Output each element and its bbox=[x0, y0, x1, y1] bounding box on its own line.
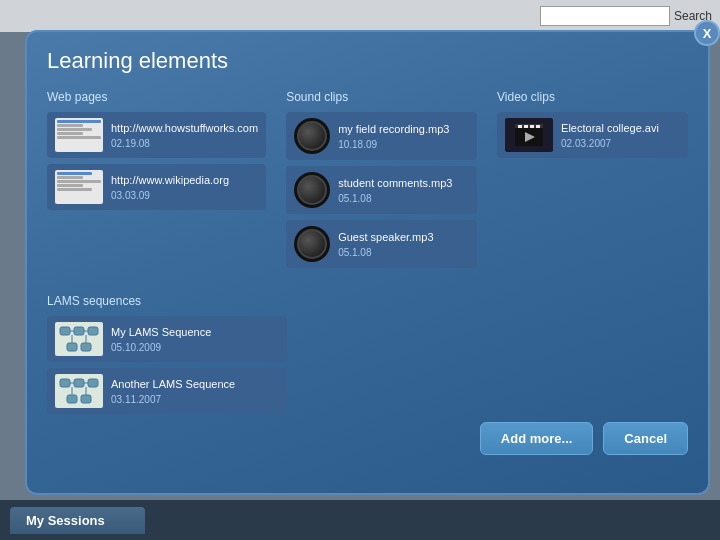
svg-rect-16 bbox=[60, 379, 70, 387]
cancel-button[interactable]: Cancel bbox=[603, 422, 688, 455]
video-name-0: Electoral college.avi bbox=[561, 121, 680, 135]
add-more-button[interactable]: Add more... bbox=[480, 422, 594, 455]
webpages-section: Web pages http://www.howstuffworks.com 0… bbox=[47, 90, 266, 274]
sound-name-1: student comments.mp3 bbox=[338, 176, 469, 190]
sound-date-0: 10.18.09 bbox=[338, 139, 469, 150]
sound-info-0: my field recording.mp3 10.18.09 bbox=[338, 122, 469, 149]
svg-rect-12 bbox=[67, 343, 77, 351]
svg-rect-17 bbox=[74, 379, 84, 387]
webpage-thumb-1 bbox=[55, 170, 103, 204]
sound-thumb-2 bbox=[294, 226, 330, 262]
sound-name-0: my field recording.mp3 bbox=[338, 122, 469, 136]
soundclips-title: Sound clips bbox=[286, 90, 477, 104]
lams-thumb-1 bbox=[55, 374, 103, 408]
lams-date-1: 03.11.2007 bbox=[111, 394, 279, 405]
lams-date-0: 05.10.2009 bbox=[111, 342, 279, 353]
sound-info-2: Guest speaker.mp3 05.1.08 bbox=[338, 230, 469, 257]
webpage-info-1: http://www.wikipedia.org 03.03.09 bbox=[111, 173, 258, 200]
svg-rect-2 bbox=[518, 125, 522, 128]
sound-thumb-1 bbox=[294, 172, 330, 208]
top-sections-row: Web pages http://www.howstuffworks.com 0… bbox=[47, 90, 688, 274]
close-button[interactable]: X bbox=[694, 20, 720, 46]
webpage-date-0: 02.19.08 bbox=[111, 138, 258, 149]
learning-elements-modal: X Learning elements Web pages http://www… bbox=[25, 30, 710, 495]
lams-title: LAMS sequences bbox=[47, 294, 287, 308]
svg-rect-13 bbox=[81, 343, 91, 351]
my-sessions-tab[interactable]: My Sessions bbox=[10, 507, 145, 534]
svg-rect-21 bbox=[67, 395, 77, 403]
sound-thumb-0 bbox=[294, 118, 330, 154]
video-item-0[interactable]: Electoral college.avi 02.03.2007 bbox=[497, 112, 688, 158]
sound-info-1: student comments.mp3 05.1.08 bbox=[338, 176, 469, 203]
sound-date-2: 05.1.08 bbox=[338, 247, 469, 258]
svg-rect-4 bbox=[530, 125, 534, 128]
lams-item-1[interactable]: Another LAMS Sequence 03.11.2007 bbox=[47, 368, 287, 414]
video-thumb-0 bbox=[505, 118, 553, 152]
lams-thumb-0 bbox=[55, 322, 103, 356]
soundclips-section: Sound clips my field recording.mp3 10.18… bbox=[286, 90, 477, 274]
webpage-thumb-0 bbox=[55, 118, 103, 152]
webpage-name-0: http://www.howstuffworks.com bbox=[111, 121, 258, 135]
svg-rect-18 bbox=[88, 379, 98, 387]
modal-title: Learning elements bbox=[47, 48, 688, 74]
bottom-buttons: Add more... Cancel bbox=[47, 422, 688, 455]
sound-item-0[interactable]: my field recording.mp3 10.18.09 bbox=[286, 112, 477, 160]
status-bar: My Sessions bbox=[0, 500, 720, 540]
videoclips-section: Video clips Electoral college.avi bbox=[497, 90, 688, 274]
lams-name-1: Another LAMS Sequence bbox=[111, 377, 279, 391]
search-input[interactable] bbox=[540, 6, 670, 26]
svg-rect-5 bbox=[536, 125, 540, 128]
webpages-title: Web pages bbox=[47, 90, 266, 104]
svg-rect-3 bbox=[524, 125, 528, 128]
sound-name-2: Guest speaker.mp3 bbox=[338, 230, 469, 244]
video-info-0: Electoral college.avi 02.03.2007 bbox=[561, 121, 680, 148]
svg-rect-9 bbox=[88, 327, 98, 335]
videoclips-title: Video clips bbox=[497, 90, 688, 104]
lams-name-0: My LAMS Sequence bbox=[111, 325, 279, 339]
lams-section: LAMS sequences My LAMS Sequence 05.10.20… bbox=[47, 294, 287, 414]
lams-info-0: My LAMS Sequence 05.10.2009 bbox=[111, 325, 279, 352]
svg-rect-7 bbox=[60, 327, 70, 335]
sound-item-1[interactable]: student comments.mp3 05.1.08 bbox=[286, 166, 477, 214]
svg-rect-22 bbox=[81, 395, 91, 403]
sound-date-1: 05.1.08 bbox=[338, 193, 469, 204]
lams-item-0[interactable]: My LAMS Sequence 05.10.2009 bbox=[47, 316, 287, 362]
top-bar: Search bbox=[0, 0, 720, 32]
webpage-date-1: 03.03.09 bbox=[111, 190, 258, 201]
lams-info-1: Another LAMS Sequence 03.11.2007 bbox=[111, 377, 279, 404]
svg-rect-8 bbox=[74, 327, 84, 335]
webpage-info-0: http://www.howstuffworks.com 02.19.08 bbox=[111, 121, 258, 148]
webpage-name-1: http://www.wikipedia.org bbox=[111, 173, 258, 187]
webpage-item-1[interactable]: http://www.wikipedia.org 03.03.09 bbox=[47, 164, 266, 210]
webpage-item-0[interactable]: http://www.howstuffworks.com 02.19.08 bbox=[47, 112, 266, 158]
video-date-0: 02.03.2007 bbox=[561, 138, 680, 149]
sound-item-2[interactable]: Guest speaker.mp3 05.1.08 bbox=[286, 220, 477, 268]
